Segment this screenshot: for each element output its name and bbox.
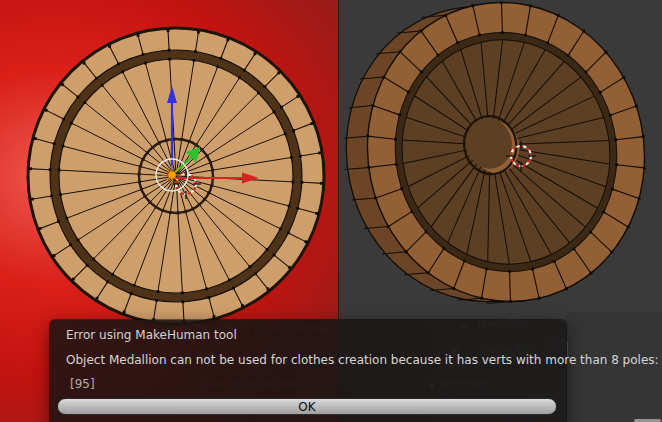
- error-dialog: Error using MakeHuman tool Object Medall…: [50, 320, 566, 422]
- dialog-detail: [95]: [70, 377, 95, 391]
- dialog-title: Error using MakeHuman tool: [66, 328, 237, 342]
- dialog-message: Object Medallion can not be used for clo…: [66, 353, 659, 367]
- ok-button[interactable]: OK: [57, 398, 557, 415]
